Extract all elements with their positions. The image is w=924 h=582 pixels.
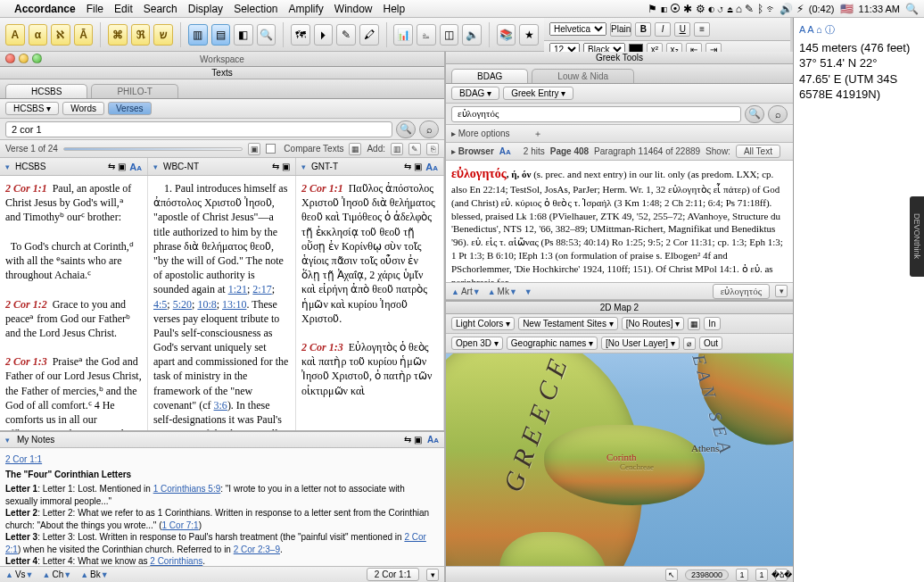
notes-body[interactable]: 2 Cor 1:1 The "Four" Corinthian Letters … (0, 448, 444, 566)
tool-module-select[interactable]: BDAG ▾ (451, 87, 499, 100)
italic-button[interactable]: I (655, 22, 671, 37)
tool-a1[interactable]: A (5, 24, 25, 46)
menu-display[interactable]: Display (188, 3, 223, 15)
bold-button[interactable]: B (635, 22, 651, 37)
map-toggle2[interactable]: ⌀ (683, 337, 696, 350)
tool-notes[interactable]: ✎ (336, 24, 356, 46)
map-dd1[interactable]: 1 (736, 569, 748, 581)
notes-title[interactable]: My Notes (17, 435, 54, 445)
tool-heb[interactable]: ש (153, 24, 173, 46)
tab-bdag[interactable]: BDAG (451, 69, 528, 83)
context-button[interactable]: ▦ (349, 143, 361, 155)
search-history-button[interactable]: ⌕ (419, 121, 439, 138)
label-athens[interactable]: Athens (691, 443, 719, 453)
map-out-button[interactable]: Out (699, 337, 722, 350)
col-hcsbs[interactable]: 2 Cor 1:1 Paul, an apostle of Christ Jes… (0, 176, 148, 430)
devonthink-tab[interactable]: DEVONthink (910, 196, 924, 277)
nav-vs[interactable]: ▲Vs▼ (5, 570, 36, 579)
tool-map[interactable]: 🗺 (291, 24, 310, 46)
show-select[interactable]: All Text (736, 145, 780, 158)
map-dd2[interactable]: 1 (755, 569, 768, 581)
col1-name[interactable]: HCSBS (15, 162, 45, 171)
seg-words[interactable]: Words (62, 102, 104, 115)
clock[interactable]: 11:33 AM (859, 4, 900, 14)
map-names-select[interactable]: Geographic names ▾ (507, 337, 598, 350)
col2-name[interactable]: WBC-NT (163, 162, 199, 171)
menubar-extra-icons[interactable]: ⚑ ◧ ⦿ ✱ ⚙ ◐ ↺ ⏏ ⌂ ✎ ᛒ ᯤ 🔊 ⚡︎ (648, 3, 804, 15)
search-go-button[interactable]: 🔍 (396, 121, 416, 138)
ft-art[interactable]: ▲Art▼ (451, 287, 483, 296)
footer-goto-field[interactable]: εὐλογητός (713, 284, 770, 299)
font-face-select[interactable]: Helvetica (549, 22, 606, 36)
tool-search-go[interactable]: 🔍 (745, 105, 764, 123)
goto-history[interactable]: ▾ (426, 569, 439, 581)
tool-user[interactable]: ◧ (234, 24, 253, 46)
tool-timeline[interactable]: ⏵ (314, 24, 334, 46)
map-canvas[interactable]: GREECE AEGEAN SEA Athens Corinth Cenchre… (446, 353, 793, 566)
tool-word1[interactable]: ⌘ (108, 24, 128, 46)
map-routes-select[interactable]: [No Routes] ▾ (622, 317, 685, 330)
tool-mode-select[interactable]: Greek Entry ▾ (503, 87, 573, 100)
tool-a2[interactable]: Ā (74, 24, 94, 46)
ft-l[interactable]: ▼ (524, 287, 534, 296)
menu-help[interactable]: Help (384, 3, 406, 15)
col-wbc[interactable]: 1. Paul introduces himself as ἀπόστολος … (148, 176, 296, 430)
tool-book[interactable]: ▥ (188, 24, 208, 46)
close-icon[interactable] (5, 54, 15, 63)
nav-ch[interactable]: ▲Ch▼ (43, 570, 74, 579)
workspace-titlebar[interactable]: Workspace (0, 52, 444, 67)
map-in-button[interactable]: In (704, 317, 720, 330)
map-light-select[interactable]: Light Colors ▾ (451, 317, 515, 330)
lexicon-entry[interactable]: εὐλογητός, ή, όν (s. prec. and next entr… (446, 161, 793, 282)
more-options[interactable]: More options (458, 129, 510, 138)
app-name[interactable]: Accordance (14, 3, 76, 15)
minimize-icon[interactable] (19, 54, 29, 63)
zoom-icon[interactable] (32, 54, 42, 63)
tab-louw-nida[interactable]: Louw & Nida (532, 69, 634, 83)
map-scale[interactable]: 2398000 (685, 570, 729, 580)
footer-history[interactable]: ▾ (775, 285, 788, 297)
tool-syntax[interactable]: ⎁ (417, 24, 436, 46)
tool-word2[interactable]: ℜ (131, 24, 151, 46)
align-left-button[interactable]: ≡ (694, 22, 710, 37)
map-toggle1[interactable]: ▦ (688, 318, 700, 330)
map-resize-icon[interactable]: �ձ� (775, 569, 788, 581)
compare-checkbox[interactable] (266, 144, 276, 154)
menu-window[interactable]: Window (334, 3, 373, 15)
add-parallel-icon[interactable]: ▥ (391, 143, 403, 155)
add-notes-icon[interactable]: ✎ (408, 143, 421, 155)
tool-alpha[interactable]: α (29, 24, 48, 46)
seg-verses[interactable]: Verses (108, 102, 152, 115)
underline-button[interactable]: U (674, 22, 690, 37)
nav-bk[interactable]: ▲Bk▼ (80, 570, 111, 579)
hits-bar[interactable] (63, 147, 243, 151)
tool-speech[interactable]: 🔈 (462, 24, 482, 46)
tool-fav[interactable]: ★ (519, 24, 539, 46)
tool-search[interactable]: 🔍 (257, 24, 276, 46)
flag-icon[interactable]: 🇺🇸 (840, 3, 854, 15)
menu-edit[interactable]: Edit (114, 3, 133, 15)
tool-search-hist[interactable]: ⌕ (768, 105, 788, 123)
tool-diagram[interactable]: ◫ (440, 24, 459, 46)
instant-details-icons[interactable]: A A ⌂ ⓘ (799, 23, 919, 37)
col-gnt[interactable]: 2 Cor 1:1 Παῦλος ἀπόστολος Χριστοῦ Ἰησοῦ… (296, 176, 444, 430)
details-button[interactable]: ▣ (248, 143, 260, 155)
menu-search[interactable]: Search (144, 3, 177, 15)
goto-field[interactable]: 2 Cor 1:1 (367, 568, 419, 581)
map-userlayer-select[interactable]: [No User Layer] ▾ (601, 337, 680, 350)
tool-search-input[interactable] (451, 106, 741, 122)
module-select[interactable]: HCSBS ▾ (5, 102, 59, 115)
notes-ref[interactable]: 2 Cor 1:1 (5, 453, 439, 466)
tool-library[interactable]: 📚 (497, 24, 516, 46)
tool-parallel[interactable]: ▤ (211, 24, 231, 46)
font-style-select[interactable]: Plain (610, 22, 631, 37)
spotlight-icon[interactable]: 🔍 (905, 3, 919, 15)
map-3d-button[interactable]: Open 3D ▾ (451, 337, 503, 350)
label-cenchreae[interactable]: Cenchreae (620, 462, 654, 471)
menu-amplify[interactable]: Amplify (289, 3, 324, 15)
map-sites-select[interactable]: New Testament Sites ▾ (518, 317, 618, 330)
menu-selection[interactable]: Selection (234, 3, 277, 15)
browser-toggle[interactable]: Browser (458, 146, 494, 156)
col3-name[interactable]: GNT-T (311, 162, 338, 171)
tool-analysis[interactable]: 📊 (393, 24, 413, 46)
